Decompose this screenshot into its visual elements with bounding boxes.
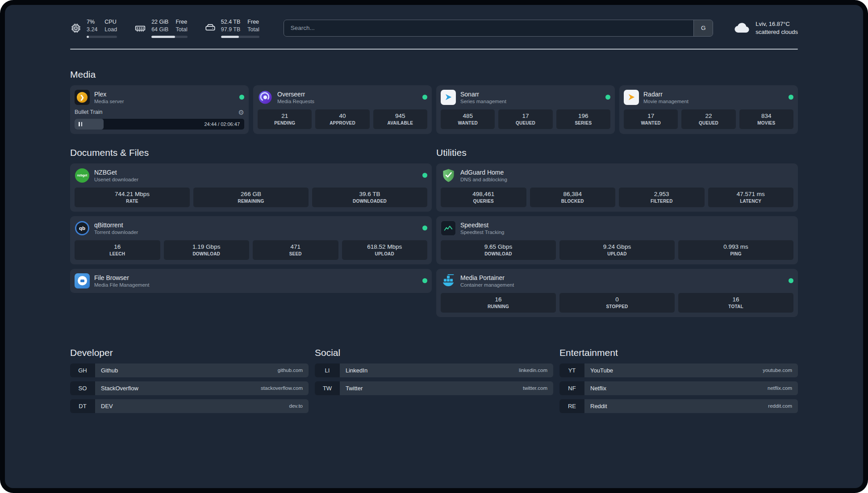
- cpu-labels: CPU Load: [104, 18, 117, 33]
- bookmark-linkedin[interactable]: LI LinkedIn linkedin.com: [315, 363, 553, 377]
- bookmark-abbr: DT: [70, 399, 95, 413]
- gear-icon[interactable]: ⚙: [238, 109, 244, 116]
- bookmark-twitter[interactable]: TW Twitter twitter.com: [315, 381, 553, 395]
- stat-upload: 618.52 Mbps UPLOAD: [342, 240, 428, 260]
- service-subtitle: Media File Management: [94, 282, 149, 288]
- service-title: NZBGet: [94, 169, 138, 176]
- search-provider-button[interactable]: G: [693, 20, 713, 36]
- service-card-speedtest[interactable]: Speedtest Speedtest Tracking 9.65 Gbps D…: [436, 216, 798, 264]
- filebrowser-icon: [75, 273, 90, 288]
- service-title: AdGuard Home: [460, 169, 507, 176]
- bookmark-href: twitter.com: [523, 385, 547, 391]
- service-subtitle: Container management: [460, 282, 514, 288]
- bookmark-href: linkedin.com: [519, 368, 547, 373]
- utilities-column: Utilities AdGuard Home DNS and adblockin…: [436, 147, 798, 322]
- memory-progress-bar: [151, 36, 188, 38]
- bookmark-dev[interactable]: DT DEV dev.to: [70, 399, 309, 413]
- documents-column: Documents & Files nzbget NZBGet Usenet d…: [70, 147, 432, 297]
- service-title: Media Portainer: [460, 274, 514, 281]
- bookmark-github[interactable]: GH Github github.com: [70, 363, 309, 377]
- service-subtitle: Media server: [94, 99, 124, 104]
- stat-blocked: 86,384 BLOCKED: [530, 188, 616, 207]
- stat-rate: 744.21 Mbps RATE: [75, 188, 190, 207]
- bookmark-href: reddit.com: [768, 403, 792, 409]
- speedtest-icon: [441, 221, 456, 236]
- bookmark-youtube[interactable]: YT YouTube youtube.com: [559, 363, 798, 377]
- bookmark-group-developer: Developer GH Github github.com SO StackO…: [70, 347, 309, 417]
- bookmark-abbr: RE: [559, 399, 584, 413]
- service-card-adguard[interactable]: AdGuard Home DNS and adblocking 498,461 …: [436, 163, 798, 212]
- bookmark-reddit[interactable]: RE Reddit reddit.com: [559, 399, 798, 413]
- status-dot: [422, 95, 427, 100]
- bookmark-name: Twitter: [346, 385, 363, 392]
- stat-downloaded: 39.6 TB DOWNLOADED: [312, 188, 427, 207]
- bookmark-href: youtube.com: [763, 368, 792, 373]
- stat-remaining: 266 GB REMAINING: [193, 188, 309, 207]
- stat-filtered: 2,953 FILTERED: [619, 188, 705, 207]
- section-title-media: Media: [70, 69, 798, 80]
- service-title: qBittorrent: [94, 221, 138, 229]
- search-input[interactable]: [284, 20, 694, 36]
- playback-progress-bar[interactable]: 24:44 / 02:06:47: [75, 119, 244, 130]
- cpu-icon: [70, 22, 82, 34]
- stat-total: 16 TOTAL: [678, 293, 793, 313]
- stat-running: 16 RUNNING: [441, 293, 556, 313]
- pause-icon[interactable]: [81, 122, 83, 126]
- bookmark-group-social: Social LI LinkedIn linkedin.com TW Twitt…: [315, 347, 553, 417]
- bookmark-netflix[interactable]: NF Netflix netflix.com: [559, 381, 798, 395]
- stat-latency: 47.571 ms LATENCY: [708, 188, 794, 207]
- cpu-progress-bar: [87, 36, 117, 38]
- stat-wanted: 17 WANTED: [624, 109, 678, 129]
- bookmark-abbr: SO: [70, 381, 95, 395]
- stat-ping: 0.993 ms PING: [678, 240, 793, 260]
- bookmark-abbr: LI: [315, 363, 340, 377]
- weather-widget: Lviv, 16.87°C scattered clouds: [734, 21, 798, 36]
- playback-time: 24:44 / 02:06:47: [204, 121, 240, 127]
- service-subtitle: Movie management: [643, 99, 689, 104]
- service-title: Sonarr: [460, 91, 506, 98]
- search-bar: G: [284, 20, 714, 37]
- section-title-utilities: Utilities: [436, 147, 798, 158]
- status-dot: [789, 95, 793, 100]
- service-subtitle: DNS and adblocking: [460, 177, 507, 182]
- pause-icon[interactable]: [79, 122, 80, 126]
- stat-leech: 16 LEECH: [75, 240, 160, 260]
- resource-widgets: 7% 3.24 CPU Load: [70, 18, 259, 38]
- disk-icon: [204, 22, 216, 34]
- cloud-icon: [734, 21, 751, 36]
- service-card-filebrowser[interactable]: File Browser Media File Management: [70, 269, 432, 293]
- service-subtitle: Media Requests: [277, 99, 314, 104]
- disk-labels: Free Total: [247, 18, 259, 33]
- service-subtitle: Usenet downloader: [94, 177, 138, 182]
- bookmark-stackoverflow[interactable]: SO StackOverflow stackoverflow.com: [70, 381, 309, 395]
- status-dot: [422, 173, 427, 178]
- disk-progress-bar: [221, 36, 259, 38]
- overseerr-icon: [258, 90, 273, 105]
- top-bar: 7% 3.24 CPU Load: [70, 18, 798, 38]
- adguard-icon: [441, 168, 456, 183]
- service-card-portainer[interactable]: Media Portainer Container management 16 …: [436, 269, 798, 317]
- service-title: File Browser: [94, 274, 149, 281]
- status-dot: [422, 226, 427, 230]
- service-title: Radarr: [643, 91, 689, 98]
- service-card-radarr[interactable]: Radarr Movie management 17 WANTED 22 QUE…: [619, 85, 798, 134]
- weather-location: Lviv, 16.87°C: [755, 21, 798, 27]
- stat-queued: 17 QUEUED: [498, 109, 552, 129]
- service-card-overseerr[interactable]: Overseerr Media Requests 21 PENDING 40 A…: [253, 85, 432, 134]
- service-subtitle: Speedtest Tracking: [460, 230, 504, 235]
- qbittorrent-icon: qb: [75, 221, 90, 236]
- sonarr-icon: [441, 90, 456, 105]
- service-title: Plex: [94, 91, 124, 98]
- service-card-sonarr[interactable]: Sonarr Series management 485 WANTED 17 Q…: [436, 85, 615, 134]
- service-card-nzbget[interactable]: nzbget NZBGet Usenet downloader 744.21 M…: [70, 163, 432, 212]
- service-card-plex[interactable]: ❯ Plex Media server Bullet Train ⚙: [70, 85, 249, 134]
- bookmark-abbr: NF: [559, 381, 584, 395]
- stat-available: 945 AVAILABLE: [373, 109, 427, 129]
- memory-labels: Free Total: [175, 18, 187, 33]
- weather-condition: scattered clouds: [755, 29, 798, 35]
- disk-values: 52.4 TB 97.9 TB: [221, 18, 241, 33]
- bookmark-abbr: YT: [559, 363, 584, 377]
- service-card-qbittorrent[interactable]: qb qBittorrent Torrent downloader 16 LEE…: [70, 216, 432, 264]
- stat-seed: 471 SEED: [253, 240, 338, 260]
- bookmark-href: stackoverflow.com: [261, 385, 303, 391]
